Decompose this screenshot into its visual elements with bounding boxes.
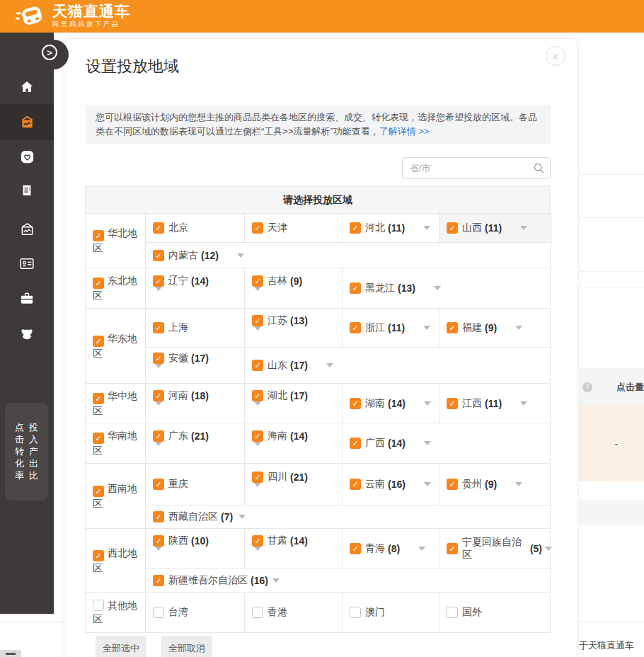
province-checkbox[interactable] [350,607,361,618]
expand-cities-arrow-icon[interactable] [424,441,431,445]
city-count: (7) [221,511,233,522]
province-checkbox[interactable]: ✓ [447,543,458,554]
province-checkbox[interactable]: ✓ [447,479,458,490]
province-checkbox[interactable]: ✓ [252,472,263,483]
region-search-input[interactable] [402,157,551,179]
brand-block[interactable]: 天猫直通车 阿里妈妈旗下产品 [52,4,130,29]
sidebar-item-tmall-cat[interactable] [0,326,54,345]
province-checkbox[interactable]: ✓ [252,430,263,442]
province-checkbox[interactable]: ✓ [153,575,164,586]
expand-cities-arrow-icon[interactable] [254,287,261,302]
expand-cities-arrow-icon[interactable] [155,442,162,457]
expand-cities-arrow-icon[interactable] [155,401,162,417]
region-checkbox[interactable]: ✓ [93,393,104,404]
province-label: 四川 [268,471,287,484]
province-checkbox[interactable]: ✓ [252,535,263,547]
province-checkbox[interactable]: ✓ [153,222,164,234]
expand-cities-arrow-icon[interactable] [423,226,430,230]
expand-cities-arrow-icon[interactable] [520,226,527,230]
province-checkbox[interactable]: ✓ [153,430,164,442]
province-checkbox[interactable]: ✓ [447,322,458,333]
province-checkbox[interactable]: ✓ [350,543,361,554]
region-checkbox[interactable]: ✓ [93,336,104,347]
province-checkbox[interactable]: ✓ [447,222,458,234]
province-checkbox[interactable]: ✓ [350,479,361,490]
metric-tab-roi[interactable]: 投入产出比 [29,423,38,481]
region-checkbox[interactable]: ✓ [93,278,104,289]
city-count: (11) [485,398,502,409]
province-checkbox[interactable]: ✓ [252,222,263,234]
expand-cities-arrow-icon[interactable] [254,483,261,498]
region-checkbox[interactable]: ✓ [93,486,104,497]
sidebar-item-favorites-heart[interactable] [0,149,54,168]
close-icon[interactable]: × [546,46,565,66]
expand-cities-arrow-icon[interactable] [254,326,261,342]
expand-cities-arrow-icon[interactable] [520,401,527,406]
expand-cities-arrow-icon[interactable] [545,547,552,551]
region-checkbox[interactable]: ✓ [93,550,104,561]
sidebar-item-campaign[interactable] [0,114,54,133]
region-cell: ✓华东地区 [86,309,145,383]
learn-more-link[interactable]: 了解详情 >> [379,126,430,137]
expand-cities-arrow-icon[interactable] [155,547,162,562]
province-checkbox[interactable]: ✓ [252,390,263,401]
search-icon[interactable] [533,162,545,174]
expand-cities-arrow-icon[interactable] [237,253,244,258]
expand-sidebar-icon[interactable]: > [42,45,57,60]
province-checkbox[interactable]: ✓ [153,390,164,401]
sidebar-item-id-card[interactable] [0,256,54,275]
expand-cities-arrow-icon[interactable] [254,547,261,562]
province-checkbox[interactable]: ✓ [350,322,361,333]
region-checkbox[interactable]: ✓ [93,230,104,241]
expand-cities-arrow-icon[interactable] [424,401,431,406]
sidebar-item-home[interactable] [0,79,54,98]
expand-cities-arrow-icon[interactable] [515,326,522,330]
expand-cities-arrow-icon[interactable] [418,547,425,551]
province-checkbox[interactable]: ✓ [153,275,164,287]
expand-cities-arrow-icon[interactable] [254,401,261,417]
province-checkbox[interactable]: ✓ [153,535,164,547]
expand-cities-arrow-icon[interactable] [272,578,280,583]
province-checkbox[interactable]: ✓ [350,282,361,294]
expand-cities-arrow-icon[interactable] [155,287,162,302]
province-cell: ✓贵州(9) [439,464,552,505]
sidebar-item-mail-campaign[interactable] [0,221,54,240]
region-checkbox[interactable] [93,600,104,611]
expand-cities-arrow-icon[interactable] [423,326,430,330]
sidebar-item-briefcase[interactable] [0,290,54,309]
province-checkbox[interactable]: ✓ [153,322,164,333]
select-all-button[interactable]: 全部选中 [96,636,146,657]
region-checkbox[interactable]: ✓ [93,433,104,444]
province-checkbox[interactable]: ✓ [252,275,263,287]
province-cell: ✓吉林(9) [244,268,342,308]
province-label: 广东 [168,430,188,442]
metric-tab-click-conversion[interactable]: 点击转化率 [15,423,24,481]
province-checkbox[interactable]: ✓ [153,511,164,522]
province-checkbox[interactable] [153,607,164,618]
province-checkbox[interactable]: ✓ [153,250,164,261]
province-checkbox[interactable]: ✓ [447,398,458,409]
province-checkbox[interactable]: ✓ [252,315,263,326]
province-checkbox[interactable]: ✓ [350,398,361,409]
expand-cities-arrow-icon[interactable] [326,363,333,367]
province-checkbox[interactable]: ✓ [350,438,361,449]
expand-cities-arrow-icon[interactable] [254,442,261,457]
help-icon[interactable]: ? [582,382,592,392]
province-checkbox[interactable]: ✓ [153,353,164,364]
province-checkbox[interactable] [447,607,458,618]
province-checkbox[interactable]: ✓ [252,360,263,371]
sidebar-item-report-receipt[interactable] [0,183,54,202]
metric-char: 率 [15,471,24,481]
cancel-all-button[interactable]: 全部取消 [161,636,212,657]
expand-cities-arrow-icon[interactable] [238,515,246,519]
province-checkbox[interactable]: ✓ [350,222,361,234]
expand-cities-arrow-icon[interactable] [434,286,441,290]
expand-cities-arrow-icon[interactable] [424,482,431,486]
province-cell: ✓海南(14) [244,423,342,463]
province-checkbox[interactable] [252,607,263,618]
province-checkbox[interactable]: ✓ [153,479,164,490]
metric-char: 化 [15,459,24,469]
mail-campaign-icon [18,221,36,240]
expand-cities-arrow-icon[interactable] [515,482,522,486]
expand-cities-arrow-icon[interactable] [155,364,162,379]
